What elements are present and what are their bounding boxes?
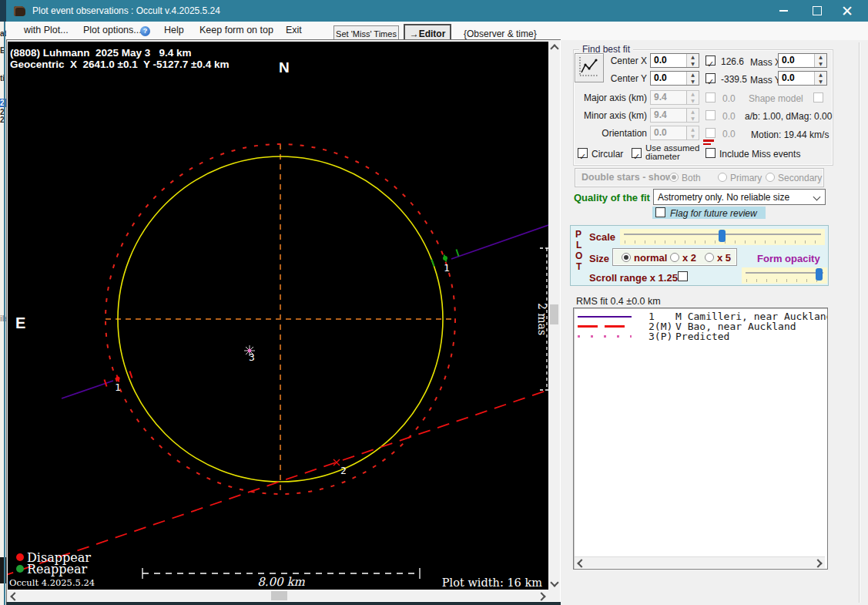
center-x-input[interactable]: 0.0▲▼	[650, 53, 699, 68]
scroll-right-icon[interactable]	[813, 559, 822, 567]
mass-y-label: Mass Y	[750, 75, 781, 86]
size-x5-label: x 5	[717, 252, 731, 264]
scale-slider[interactable]	[620, 229, 825, 245]
size-normal-radio[interactable]	[622, 253, 631, 262]
chord3-label: 3	[249, 351, 255, 363]
form-opacity-slider-thumb[interactable]	[816, 268, 823, 281]
center-x-checkbox[interactable]: ✓	[705, 55, 716, 66]
double-stars-label: Double stars - show	[581, 172, 673, 183]
title-bar[interactable]: Plot event observations : Occult v.4.202…	[6, 0, 868, 22]
plot-letter: P	[575, 229, 581, 240]
miss-line-icon	[703, 139, 714, 146]
minor-axis-label: Minor axis (km)	[573, 110, 647, 121]
flag-review-checkbox[interactable]	[655, 207, 665, 217]
center-y-input[interactable]: 0.0▲▼	[650, 71, 699, 86]
mass-y-spinner[interactable]: ▲▼	[814, 72, 826, 85]
minimize-icon	[779, 10, 788, 12]
quality-label: Quality of the fit	[574, 192, 650, 203]
plot-vscrollbar[interactable]	[548, 42, 560, 590]
plot-letter: T	[576, 261, 581, 272]
km-scale-label: 8.00 km	[257, 575, 305, 589]
center-y-spinner[interactable]: ▲▼	[686, 72, 699, 85]
size-x2-radio[interactable]	[670, 253, 679, 262]
mass-x-input[interactable]: 0.0▲▼	[778, 53, 827, 68]
rms-fit-label: RMS fit 0.4 ±0.0 km	[576, 296, 661, 307]
double-both-radio	[669, 173, 679, 182]
orientation-fit-value: 0.0	[722, 129, 736, 139]
scroll-down-icon[interactable]	[550, 578, 558, 587]
center-x-label: Center X	[573, 55, 647, 66]
observation-name: V Bao, near Auckland	[675, 321, 827, 331]
chevron-down-icon	[813, 193, 821, 201]
reappear-label: Reappear	[27, 562, 88, 576]
center-y-label: Center Y	[573, 73, 647, 84]
center-x-spinner[interactable]: ▲▼	[686, 54, 699, 67]
check-icon: ✓	[579, 152, 586, 162]
plot-area-container: 1 1 2 3 2 mas 8.00 km (8808) Luhmann 202…	[6, 39, 561, 602]
menu-help[interactable]: Help	[164, 25, 184, 35]
form-opacity-slider[interactable]	[742, 267, 827, 284]
observation-row[interactable]: 1 M Camilleri, near Auckland	[574, 311, 827, 321]
disappear-dot	[16, 553, 24, 561]
scroll-right-icon[interactable]	[537, 592, 545, 600]
occultation-plot-canvas[interactable]: 1 1 2 3 2 mas 8.00 km (8808) Luhmann 202…	[8, 42, 548, 590]
observation-row[interactable]: 3(P) Predicted	[574, 331, 827, 341]
chord1-label-r: 1	[444, 262, 450, 274]
panel-divider	[859, 42, 860, 603]
vscrollbar-thumb[interactable]	[550, 304, 558, 324]
major-axis-fit-value: 0.0	[722, 93, 736, 104]
maximize-icon	[813, 6, 822, 15]
mass-y-input[interactable]: 0.0▲▼	[778, 71, 827, 86]
scroll-up-icon[interactable]	[550, 44, 558, 52]
minor-axis-input: 9.4▲▼	[650, 108, 699, 123]
ab-dmag-label: a/b: 1.00, dMag: 0.00	[745, 111, 832, 122]
circular-checkbox[interactable]: ✓	[578, 148, 588, 158]
spin-down-icon: ▼	[687, 79, 699, 86]
spin-up-icon: ▲	[687, 54, 699, 61]
center-y-checkbox[interactable]: ✓	[705, 73, 716, 83]
plot-hscrollbar[interactable]	[8, 590, 548, 601]
center-y-fit-value: -339.5	[721, 74, 747, 85]
observation-row[interactable]: 2(M) V Bao, near Auckland	[574, 321, 827, 331]
size-x5-radio[interactable]	[705, 253, 714, 262]
menu-keep-on-top[interactable]: Keep form on top	[199, 25, 273, 35]
minimize-button[interactable]	[766, 0, 800, 22]
spin-down-icon: ▼	[815, 79, 826, 86]
form-opacity-label: Form opacity	[757, 253, 820, 264]
occult-plot-window: at E ti 2 2 2 ile Plot event observation…	[0, 0, 868, 605]
spin-down-icon: ▼	[815, 61, 826, 68]
observations-listbox[interactable]: 1 M Camilleri, near Auckland 2(M) V Bao,…	[573, 308, 828, 570]
double-primary-radio	[718, 173, 727, 182]
include-miss-events-checkbox[interactable]	[705, 148, 716, 158]
menu-plot-options[interactable]: Plot options...	[83, 25, 142, 35]
close-icon: ✕	[841, 4, 853, 18]
scroll-left-icon[interactable]	[10, 592, 18, 600]
observation-name: Predicted	[675, 331, 827, 341]
scroll-left-icon[interactable]	[577, 559, 585, 567]
flag-review-label: Flag for future review	[670, 208, 757, 219]
scale-slider-thumb[interactable]	[719, 230, 726, 242]
mas-scale: 2 mas	[536, 248, 548, 390]
chord-1-line-post	[451, 225, 548, 259]
quality-combobox[interactable]: Astrometry only. No reliable size	[653, 189, 826, 205]
east-label: E	[15, 314, 25, 331]
motion-label: Motion: 19.44 km/s	[751, 129, 829, 140]
observation-name: M Camilleri, near Auckland	[675, 311, 827, 321]
north-label: N	[279, 59, 290, 76]
km-scale-bar: 8.00 km	[142, 568, 420, 589]
use-assumed-diameter-checkbox[interactable]: ✓	[632, 148, 642, 158]
listbox-hscrollbar[interactable]	[575, 556, 825, 568]
chord-2-line	[8, 390, 548, 576]
menu-exit[interactable]: Exit	[286, 25, 302, 35]
menu-with-plot[interactable]: with Plot...	[24, 25, 69, 35]
maximize-button[interactable]	[800, 0, 834, 22]
size-x2-label: x 2	[682, 252, 696, 264]
hscrollbar-thumb[interactable]	[271, 591, 287, 600]
plot-title-line1: (8808) Luhmann 2025 May 3 9.4 km	[10, 47, 192, 59]
scroll-range-checkbox[interactable]	[678, 271, 688, 281]
mass-x-label: Mass X	[750, 57, 781, 68]
background-window-strip-top	[0, 0, 6, 22]
scale-label: Scale	[589, 231, 615, 243]
mass-x-spinner[interactable]: ▲▼	[814, 54, 826, 67]
close-button[interactable]: ✕	[830, 0, 864, 22]
